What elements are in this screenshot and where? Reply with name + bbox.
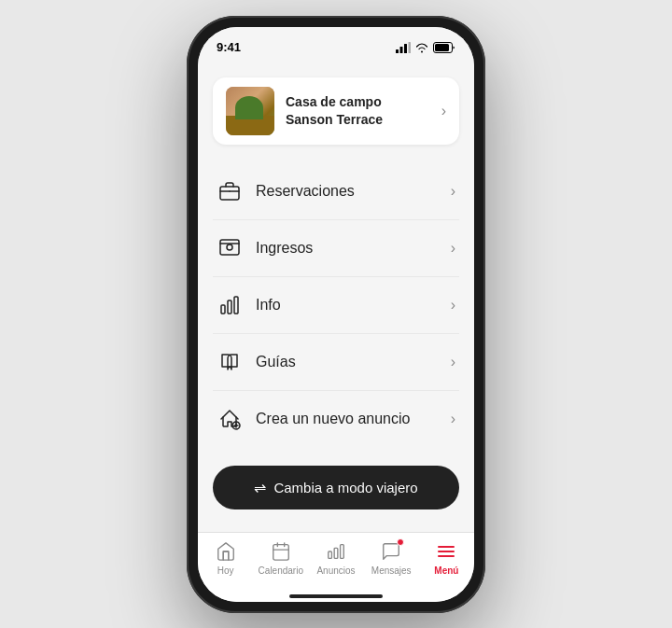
anuncios-icon bbox=[325, 540, 347, 563]
menu-list: Reservaciones › Ingresos › bbox=[213, 163, 459, 447]
svg-rect-0 bbox=[396, 49, 399, 53]
status-bar: 9:41 bbox=[198, 27, 474, 68]
plus-home-icon bbox=[217, 406, 243, 432]
menu-chevron-guias: › bbox=[451, 354, 455, 370]
briefcase-icon bbox=[217, 178, 243, 204]
menu-item-guias[interactable]: Guías › bbox=[213, 334, 459, 391]
nav-label-menu: Menú bbox=[434, 565, 458, 576]
nav-item-menu[interactable]: Menú bbox=[419, 540, 474, 576]
svg-rect-5 bbox=[435, 44, 449, 51]
menu-label-guias: Guías bbox=[256, 354, 438, 370]
hamburger-icon bbox=[438, 546, 455, 557]
menu-label-info: Info bbox=[256, 297, 438, 314]
switch-mode-button[interactable]: ⇌ Cambia a modo viajero bbox=[213, 466, 459, 509]
property-name: Casa de campo Sanson Terrace bbox=[286, 94, 383, 126]
home-indicator bbox=[198, 593, 474, 602]
svg-rect-21 bbox=[329, 551, 332, 558]
menu-label-nuevo-anuncio: Crea un nuevo anuncio bbox=[256, 411, 438, 427]
mensajes-icon bbox=[380, 540, 402, 563]
svg-rect-1 bbox=[400, 47, 403, 53]
svg-rect-12 bbox=[228, 300, 231, 314]
wifi-icon bbox=[415, 42, 428, 53]
nav-label-hoy: Hoy bbox=[217, 565, 234, 576]
svg-rect-13 bbox=[234, 297, 238, 314]
menu-chevron-nuevo-anuncio: › bbox=[451, 411, 455, 427]
menu-chevron-info: › bbox=[451, 297, 455, 314]
bottom-nav: Hoy Calendario bbox=[198, 532, 474, 593]
menu-item-nuevo-anuncio[interactable]: Crea un nuevo anuncio › bbox=[213, 391, 459, 447]
home-indicator-bar bbox=[289, 594, 383, 598]
menu-item-reservaciones[interactable]: Reservaciones › bbox=[213, 163, 459, 220]
nav-label-calendario: Calendario bbox=[259, 565, 303, 576]
info-chart-icon bbox=[217, 292, 243, 318]
property-card[interactable]: Casa de campo Sanson Terrace › bbox=[213, 77, 459, 145]
phone-screen: 9:41 bbox=[198, 27, 474, 602]
switch-icon: ⇌ bbox=[254, 479, 266, 496]
menu-label-reservaciones: Reservaciones bbox=[256, 183, 438, 200]
nav-label-mensajes: Mensajes bbox=[371, 565, 412, 576]
ingresos-icon bbox=[217, 235, 243, 261]
book-icon bbox=[217, 349, 243, 375]
menu-item-info[interactable]: Info › bbox=[213, 277, 459, 334]
nav-item-anuncios[interactable]: Anuncios bbox=[308, 540, 363, 576]
menu-chevron-reservaciones: › bbox=[451, 183, 455, 200]
calendario-icon bbox=[270, 540, 292, 563]
screen-content: Casa de campo Sanson Terrace › bbox=[198, 68, 474, 532]
svg-point-9 bbox=[227, 244, 232, 250]
signal-icon bbox=[396, 42, 411, 53]
phone-frame: 9:41 bbox=[187, 16, 485, 613]
svg-rect-6 bbox=[220, 187, 239, 200]
status-time: 9:41 bbox=[217, 40, 241, 54]
svg-rect-17 bbox=[273, 544, 289, 560]
status-icons bbox=[396, 42, 455, 53]
hoy-icon bbox=[215, 540, 237, 563]
svg-rect-8 bbox=[220, 240, 239, 255]
svg-rect-11 bbox=[221, 305, 225, 314]
nav-item-mensajes[interactable]: Mensajes bbox=[364, 540, 419, 576]
nav-label-anuncios: Anuncios bbox=[316, 565, 355, 576]
menu-icon bbox=[435, 540, 457, 563]
nav-item-hoy[interactable]: Hoy bbox=[198, 540, 253, 576]
menu-label-ingresos: Ingresos bbox=[256, 240, 438, 257]
menu-item-ingresos[interactable]: Ingresos › bbox=[213, 220, 459, 277]
svg-rect-3 bbox=[409, 42, 412, 53]
property-info: Casa de campo Sanson Terrace bbox=[286, 93, 430, 127]
property-thumbnail bbox=[226, 87, 274, 135]
switch-btn-label: Cambia a modo viajero bbox=[273, 480, 417, 495]
mensajes-badge bbox=[397, 538, 404, 546]
nav-item-calendario[interactable]: Calendario bbox=[253, 540, 308, 576]
property-chevron-icon: › bbox=[441, 103, 446, 119]
svg-rect-22 bbox=[334, 548, 338, 558]
svg-rect-2 bbox=[404, 44, 407, 53]
battery-icon bbox=[433, 42, 455, 53]
menu-chevron-ingresos: › bbox=[451, 240, 455, 257]
svg-rect-23 bbox=[341, 544, 344, 558]
switch-btn-wrap: ⇌ Cambia a modo viajero bbox=[213, 447, 459, 519]
